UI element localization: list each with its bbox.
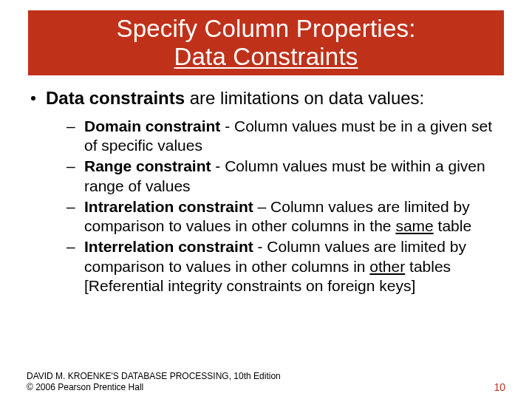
sub-bullet: – Interrelation constraint - Column valu… (66, 237, 502, 296)
title-line-2: Data Constraints (35, 43, 497, 71)
sub-bold: Interrelation constraint (84, 238, 253, 255)
sub-bold: Range constraint (84, 157, 211, 174)
sub-bullet-list: – Domain constraint - Column values must… (66, 117, 502, 296)
sub-underline: same (395, 217, 433, 234)
title-line-1: Specify Column Properties: (35, 15, 497, 43)
lead-rest: are limitations on data values: (185, 88, 424, 108)
dash-icon: – (66, 157, 77, 176)
footer-line-1: DAVID M. KROENKE'S DATABASE PROCESSING, … (27, 371, 281, 382)
sub-bullet: – Domain constraint - Column values must… (66, 117, 502, 156)
sub-bold: Intrarelation constraint (84, 198, 253, 215)
footer-attribution: DAVID M. KROENKE'S DATABASE PROCESSING, … (27, 371, 281, 393)
bullet-dot-icon (31, 96, 35, 100)
sub-bullet-text: Intrarelation constraint – Column values… (84, 197, 502, 236)
slide-title: Specify Column Properties: Data Constrai… (28, 10, 504, 75)
sub-bold: Domain constraint (84, 117, 220, 134)
lead-bold: Data constraints (46, 88, 185, 108)
page-number: 10 (494, 381, 505, 393)
sub-bullet: – Intrarelation constraint – Column valu… (66, 197, 502, 236)
bullet-text: Data constraints are limitations on data… (46, 87, 424, 109)
slide: Specify Column Properties: Data Constrai… (0, 10, 532, 399)
sub-underline: other (369, 258, 405, 275)
sub-bullet-text: Interrelation constraint - Column values… (84, 237, 502, 296)
slide-content: Data constraints are limitations on data… (30, 87, 502, 296)
dash-icon: – (66, 197, 77, 216)
sub-rest-b: table (434, 217, 471, 234)
bullet-level-1: Data constraints are limitations on data… (30, 87, 502, 109)
sub-bullet-text: Domain constraint - Column values must b… (84, 117, 502, 156)
sub-bullet: – Range constraint - Column values must … (66, 157, 502, 196)
footer-line-2: © 2006 Pearson Prentice Hall (27, 382, 281, 393)
slide-footer: DAVID M. KROENKE'S DATABASE PROCESSING, … (27, 371, 505, 393)
sub-bullet-text: Range constraint - Column values must be… (84, 157, 502, 196)
dash-icon: – (66, 117, 77, 136)
dash-icon: – (66, 237, 77, 256)
